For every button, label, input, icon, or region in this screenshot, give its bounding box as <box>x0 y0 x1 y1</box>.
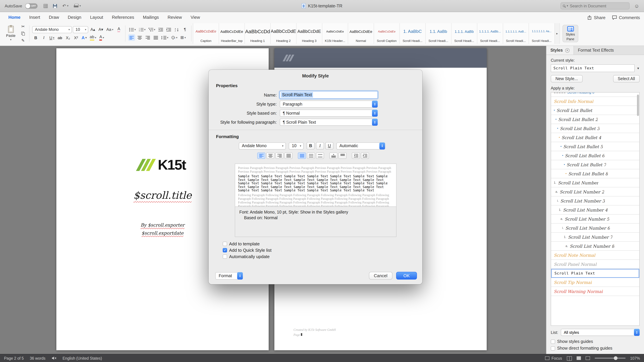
style-gallery-item[interactable]: AaBbCcDdEeHeaderBar_top <box>219 23 245 44</box>
zoom-slider[interactable] <box>594 358 626 359</box>
style-list-item[interactable]: a.Scroll List Number 8 <box>551 242 639 251</box>
highlight-button[interactable]: ab▾ <box>89 34 97 41</box>
tab-review[interactable]: Review <box>163 12 186 22</box>
clear-formatting-button[interactable]: A <box>116 26 122 33</box>
tab-design[interactable]: Design <box>64 12 86 22</box>
print-button[interactable]: ▾ <box>74 4 81 8</box>
checkbox[interactable]: ✓ <box>223 248 227 252</box>
cut-button[interactable]: ✂ <box>20 23 26 30</box>
tab-draw[interactable]: Draw <box>44 12 64 22</box>
dialog-decrease-indent-button[interactable] <box>352 152 360 159</box>
style-list-item[interactable]: Scroll Note Normal <box>551 251 639 260</box>
style-list-item[interactable]: •Scroll List Bullet 5 <box>551 142 639 151</box>
style-list-item[interactable]: Scroll Warning Normal <box>551 287 639 296</box>
style-list-item[interactable]: •Scroll List Bullet 6 <box>551 151 639 160</box>
tab-format-text-effects[interactable]: Format Text Effects <box>574 46 618 55</box>
style-list-item[interactable]: Scroll Plain Text <box>551 269 639 278</box>
copy-button[interactable] <box>20 30 26 37</box>
superscript-button[interactable]: X² <box>72 34 80 41</box>
dialog-align-center-button[interactable] <box>266 152 274 159</box>
select-all-button[interactable]: Select All <box>613 75 640 82</box>
text-effects-button[interactable]: A▾ <box>80 34 88 41</box>
style-gallery-item[interactable]: AaBbCcDdEeCaption <box>193 23 219 44</box>
italic-button[interactable]: I <box>40 34 47 41</box>
style-gallery-item[interactable]: 1.1.1. AaBbScroll Headi... <box>452 23 477 44</box>
checkbox[interactable] <box>223 254 227 259</box>
font-size-select[interactable]: 10 ▾ <box>73 26 88 33</box>
tab-view[interactable]: View <box>186 12 204 22</box>
style-gallery-item[interactable]: AaBbCcDdEeNormal <box>348 23 374 44</box>
style-gallery-item[interactable]: AaBbCcDdEeScroll Caption <box>374 23 400 44</box>
font-color-button[interactable]: A▾ <box>98 34 105 41</box>
single-spacing-button[interactable] <box>298 152 306 159</box>
style-list-item[interactable]: i.Scroll List Number 3 <box>551 196 639 205</box>
increase-space-after-button[interactable] <box>338 152 346 159</box>
close-icon[interactable]: ✕ <box>565 48 570 52</box>
grow-font-button[interactable]: A▴ <box>89 26 96 33</box>
multilevel-list-button[interactable]: ▾ <box>148 26 156 33</box>
style-gallery-item[interactable]: 1. AaBbCScroll Headi... <box>400 23 426 44</box>
dialog-size-select[interactable]: 10 ▾ <box>289 142 304 149</box>
ok-button[interactable]: OK <box>396 272 417 280</box>
increase-space-before-button[interactable] <box>330 152 338 159</box>
dialog-italic-button[interactable]: I <box>316 142 324 149</box>
tab-home[interactable]: Home <box>4 12 25 22</box>
format-menu-button[interactable]: Format ▲▼ <box>215 272 243 279</box>
line-spacing-button[interactable]: ▾ <box>160 34 170 41</box>
subscript-button[interactable]: X₂ <box>64 34 72 41</box>
style-gallery-item[interactable]: 1.1.1.1. AaBb...Scroll Headi... <box>477 23 503 44</box>
paste-button[interactable]: Paste ▾ <box>4 25 17 42</box>
scrollbar-thumb[interactable] <box>637 94 639 116</box>
based-on-select[interactable]: ¶ Normal ▲▼ <box>280 110 378 117</box>
style-type-select[interactable]: Paragraph ▲▼ <box>280 100 378 108</box>
increase-indent-button[interactable] <box>165 26 172 33</box>
style-gallery-item[interactable]: AaBbCcDdHeading 1 <box>245 23 271 44</box>
sort-button[interactable]: AZ <box>174 26 180 33</box>
style-gallery-item[interactable]: AaBbCcDdEHeading 3 <box>296 23 322 44</box>
word-count[interactable]: 36 words <box>30 356 46 360</box>
autosave-toggle[interactable]: OFF <box>25 3 38 8</box>
list-filter-select[interactable]: All styles ▲▼ <box>561 329 640 336</box>
search-input[interactable]: ▾ Search in Document <box>560 2 630 9</box>
style-list-item[interactable]: •Scroll List Bullet 7 <box>551 160 639 169</box>
dialog-color-select[interactable]: Automatic ▲▼ <box>336 142 385 149</box>
dialog-align-right-button[interactable] <box>276 152 284 159</box>
style-list-item[interactable]: Scroll Info Normal <box>551 97 639 106</box>
zoom-slider-thumb[interactable] <box>614 356 617 360</box>
print-layout-button[interactable] <box>576 356 581 360</box>
save-button[interactable] <box>53 4 57 8</box>
ribbon-display-button[interactable] <box>44 4 48 8</box>
show-paragraph-marks-button[interactable]: ¶ <box>182 26 188 33</box>
tab-mailings[interactable]: Mailings <box>138 12 163 22</box>
following-paragraph-select[interactable]: ¶ Scroll Plain Text ▲▼ <box>280 119 378 126</box>
dialog-increase-indent-button[interactable] <box>361 152 369 159</box>
language-indicator[interactable]: English (United States) <box>62 356 102 360</box>
tab-styles[interactable]: Styles ✕ <box>546 46 574 55</box>
zoom-level[interactable]: 107% <box>630 356 640 360</box>
new-style-button[interactable]: New Style... <box>551 75 582 82</box>
undo-button[interactable]: ↶▾ <box>62 4 68 8</box>
double-spacing-button[interactable] <box>316 152 324 159</box>
bullets-button[interactable]: ▾ <box>128 26 137 33</box>
style-gallery-item[interactable]: 1.1. AaBbScroll Headi... <box>426 23 452 44</box>
style-list-item[interactable]: •Scroll List Bullet <box>551 106 639 115</box>
cancel-button[interactable]: Cancel <box>369 272 392 280</box>
style-gallery-item[interactable]: AaBbCcDdEHeading 2 <box>271 23 296 44</box>
style-list-item[interactable]: i.Scroll List Number 6 <box>551 224 639 233</box>
style-gallery-item[interactable]: 1.1.1.1.1. AaB...Scroll Headi... <box>503 23 529 44</box>
share-button[interactable]: Share <box>588 15 606 20</box>
borders-button[interactable]: ⊞▾ <box>180 34 187 41</box>
read-mode-button[interactable] <box>567 356 572 360</box>
focus-mode-button[interactable]: Focus <box>545 356 562 360</box>
justify-button[interactable] <box>152 34 159 41</box>
style-list-item[interactable]: 1.Scroll List Number <box>551 178 639 187</box>
style-list-item[interactable]: 1.Scroll List Number 4 <box>551 205 639 215</box>
style-list-item[interactable]: •Scroll List Bullet 3 <box>551 124 639 133</box>
style-list-item[interactable]: Scroll Panel Normal <box>551 260 639 269</box>
current-style-dropdown-button[interactable]: ▼ <box>636 66 640 70</box>
web-layout-button[interactable] <box>586 356 590 360</box>
shading-button[interactable]: ▾ <box>170 34 178 41</box>
align-right-button[interactable] <box>144 34 151 41</box>
checkbox[interactable] <box>223 242 227 246</box>
align-center-button[interactable] <box>136 34 143 41</box>
